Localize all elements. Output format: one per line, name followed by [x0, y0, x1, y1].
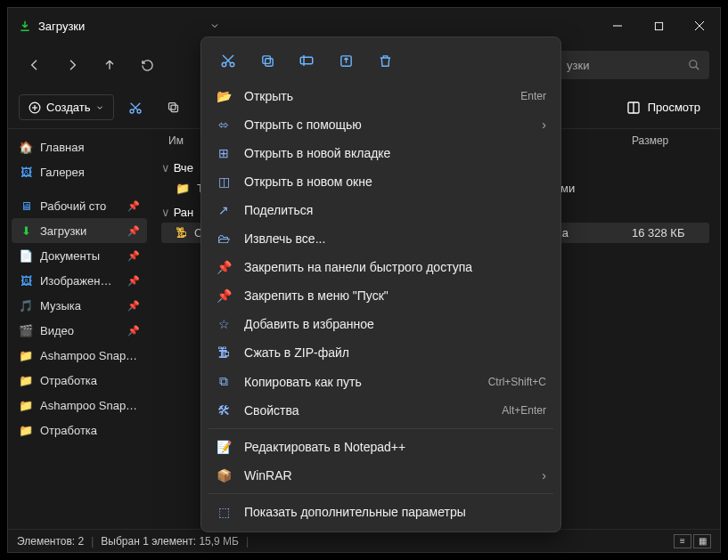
- maximize-button[interactable]: [638, 8, 679, 44]
- folder-icon: 📂: [216, 89, 232, 103]
- ctx-notepad[interactable]: 📝 Редактировать в Notepad++: [201, 433, 560, 461]
- ctx-open-with[interactable]: ⬄ Открыть с помощью ›: [201, 110, 560, 139]
- column-header-name[interactable]: Им: [168, 134, 184, 147]
- notepad-icon: 📝: [216, 440, 232, 454]
- close-button[interactable]: [679, 8, 720, 44]
- ctx-copy-button[interactable]: [251, 46, 283, 75]
- create-button[interactable]: Создать: [19, 94, 114, 120]
- pin-icon: 📌: [127, 200, 140, 212]
- status-selected: Выбран 1 элемент: 15,9 МБ: [101, 535, 239, 548]
- ctx-share[interactable]: ↗ Поделиться: [201, 196, 560, 224]
- column-header-size[interactable]: Размер: [632, 134, 668, 147]
- cut-button[interactable]: [119, 92, 151, 124]
- svg-rect-23: [300, 57, 313, 64]
- svg-point-17: [222, 62, 226, 67]
- svg-point-9: [130, 110, 134, 113]
- up-button[interactable]: [94, 49, 126, 81]
- ctx-copy-path[interactable]: ⧉ Копировать как путь Ctrl+Shift+C: [201, 367, 560, 396]
- context-menu: 📂 Открыть Enter ⬄ Открыть с помощью › ⊞ …: [200, 37, 561, 532]
- back-button[interactable]: [19, 49, 51, 81]
- ctx-pin-quick[interactable]: 📌 Закрепить на панели быстрого доступа: [201, 253, 560, 281]
- documents-icon: 📄: [19, 248, 33, 263]
- sidebar-item-downloads[interactable]: ⬇Загрузки📌: [12, 218, 147, 243]
- sidebar-item-music[interactable]: 🎵Музыка📌: [12, 293, 147, 318]
- view-label: Просмотр: [648, 101, 700, 114]
- chevron-right-icon: ›: [542, 118, 546, 132]
- zip-icon: 🗜: [216, 345, 232, 360]
- search-icon: [688, 59, 700, 71]
- view-icons-button[interactable]: ▦: [693, 534, 711, 548]
- sidebar-item-ashampoo-2[interactable]: 📁Ashampoo Snap…: [12, 393, 147, 418]
- pin-icon: 📌: [127, 250, 140, 262]
- star-icon: ☆: [216, 317, 232, 331]
- ctx-new-window[interactable]: ◫ Открыть в новом окне: [201, 167, 560, 196]
- ctx-delete-button[interactable]: [369, 46, 401, 75]
- copy-button[interactable]: [157, 92, 189, 124]
- view-button[interactable]: Просмотр: [618, 95, 709, 120]
- layout-icon: [626, 101, 641, 115]
- chevron-right-icon: ›: [542, 468, 546, 483]
- chevron-down-icon: [95, 103, 104, 112]
- folder-icon: 📁: [176, 182, 190, 195]
- share-icon: ↗: [216, 203, 232, 217]
- svg-line-5: [696, 67, 699, 70]
- view-details-button[interactable]: ≡: [674, 534, 691, 548]
- download-icon: [19, 20, 31, 32]
- sidebar-item-desktop[interactable]: 🖥Рабочий сто📌: [12, 193, 147, 218]
- folder-icon: 📁: [19, 348, 33, 362]
- svg-rect-13: [171, 105, 178, 112]
- ctx-winrar[interactable]: 📦 WinRAR ›: [201, 461, 560, 490]
- ctx-new-tab[interactable]: ⊞ Открыть в новой вкладке: [201, 139, 560, 167]
- create-label: Создать: [46, 101, 90, 114]
- ctx-open[interactable]: 📂 Открыть Enter: [201, 82, 560, 110]
- window-icon: ◫: [216, 174, 232, 189]
- sidebar: 🏠Главная 🖼Галерея 🖥Рабочий сто📌 ⬇Загрузк…: [8, 129, 151, 529]
- tab-dropdown-icon[interactable]: [209, 20, 220, 31]
- ctx-favorite[interactable]: ☆ Добавить в избранное: [201, 310, 560, 338]
- svg-rect-22: [262, 55, 270, 63]
- ctx-extract-all[interactable]: 🗁 Извлечь все...: [201, 224, 560, 253]
- search-input[interactable]: узки: [558, 51, 709, 79]
- sidebar-item-video[interactable]: 🎬Видео📌: [12, 318, 147, 343]
- tab-title: Загрузки: [38, 20, 85, 33]
- desktop-icon: 🖥: [19, 199, 33, 213]
- sidebar-item-documents[interactable]: 📄Документы📌: [12, 243, 147, 268]
- forward-button[interactable]: [56, 49, 88, 81]
- tab-downloads[interactable]: Загрузки: [19, 20, 85, 33]
- pin-icon: 📌: [127, 225, 140, 237]
- separator: [209, 428, 553, 429]
- properties-icon: 🛠: [216, 403, 232, 418]
- ctx-properties[interactable]: 🛠 Свойства Alt+Enter: [201, 396, 560, 425]
- extract-icon: 🗁: [216, 231, 232, 246]
- ctx-pin-start[interactable]: 📌 Закрепить в меню "Пуск": [201, 281, 560, 310]
- home-icon: 🏠: [19, 140, 33, 154]
- music-icon: 🎵: [19, 298, 33, 312]
- status-count: Элементов: 2: [17, 535, 84, 548]
- ctx-share-button[interactable]: [330, 46, 362, 75]
- svg-rect-14: [168, 103, 176, 110]
- winrar-icon: 📦: [216, 468, 232, 483]
- pin-icon: 📌: [127, 300, 140, 312]
- pin-icon: 📌: [216, 288, 232, 303]
- copy-path-icon: ⧉: [216, 374, 232, 389]
- svg-point-4: [690, 61, 697, 68]
- window-controls: [597, 8, 720, 44]
- ctx-compress[interactable]: 🗜 Сжать в ZIP-файл: [201, 338, 560, 367]
- sidebar-item-home[interactable]: 🏠Главная: [12, 134, 147, 159]
- minimize-button[interactable]: [597, 8, 638, 44]
- sidebar-item-ashampoo-1[interactable]: 📁Ashampoo Snap…: [12, 343, 147, 368]
- folder-icon: 📁: [19, 398, 33, 412]
- ctx-rename-button[interactable]: [290, 46, 323, 75]
- more-icon: ⬚: [216, 505, 232, 519]
- ctx-cut-button[interactable]: [212, 46, 244, 75]
- sidebar-item-otrabotka-1[interactable]: 📁Отработка: [12, 368, 147, 393]
- ctx-more[interactable]: ⬚ Показать дополнительные параметры: [201, 498, 560, 526]
- zip-icon: 🗜: [176, 226, 187, 239]
- video-icon: 🎬: [19, 323, 33, 337]
- svg-rect-21: [265, 58, 273, 66]
- refresh-button[interactable]: [131, 49, 163, 81]
- sidebar-item-gallery[interactable]: 🖼Галерея: [12, 159, 147, 184]
- sidebar-item-pictures[interactable]: 🖼Изображен…📌: [12, 268, 147, 293]
- sidebar-item-otrabotka-2[interactable]: 📁Отработка: [12, 418, 147, 442]
- gallery-icon: 🖼: [19, 165, 33, 179]
